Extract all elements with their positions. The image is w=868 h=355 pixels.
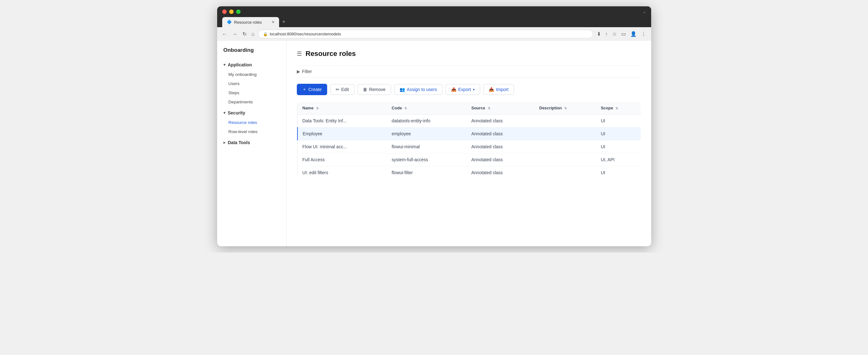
sidebar-item-departments[interactable]: Departments xyxy=(228,97,286,107)
filter-label: Filter xyxy=(302,69,312,74)
cell-name: UI: edit filters xyxy=(297,166,386,179)
edit-button[interactable]: ✏ Edit xyxy=(330,84,354,95)
cell-description xyxy=(534,166,596,179)
sort-icon-scope: ⇅ xyxy=(615,107,618,110)
url-display: localhost:8080/sec/resourcerolemodels xyxy=(270,32,341,36)
filter-bar: ▶ Filter xyxy=(297,65,641,78)
home-button[interactable]: ⌂ xyxy=(250,30,256,38)
forward-button[interactable]: → xyxy=(231,30,239,38)
tab-close-button[interactable]: ✕ xyxy=(272,20,275,24)
import-icon: 📥 xyxy=(489,87,494,92)
window-control-chevron[interactable]: ⌄ xyxy=(643,9,646,14)
sidebar-section-label-application: Application xyxy=(228,62,252,67)
sidebar-section-header-security[interactable]: ▾ Security xyxy=(217,108,286,118)
browser-toolbar-actions: ⬇ ↑ ☆ ▭ 👤 ⋮ xyxy=(595,30,647,38)
browser-controls: ⌄ xyxy=(222,9,646,14)
sidebar-item-users[interactable]: Users xyxy=(228,79,286,88)
cell-scope: UI, API xyxy=(596,153,641,166)
filter-toggle[interactable]: ▶ Filter xyxy=(297,69,312,74)
cell-name: Data Tools: Entity Inf... xyxy=(297,114,386,127)
col-name[interactable]: Name ⇅ xyxy=(297,102,386,114)
assign-to-users-button[interactable]: 👥 Assign to users xyxy=(394,84,442,95)
remove-button[interactable]: 🗑 Remove xyxy=(358,84,391,95)
cell-name: Employee xyxy=(297,127,386,140)
import-button[interactable]: 📥 Import xyxy=(483,84,514,95)
resource-roles-table: Name ⇅ Code ⇅ Source ⇅ Description xyxy=(297,101,641,179)
hamburger-menu-icon[interactable]: ☰ xyxy=(297,50,302,57)
export-label: Export xyxy=(458,87,471,92)
table-row[interactable]: Data Tools: Entity Inf... datatools-enti… xyxy=(297,114,641,127)
table-row[interactable]: UI: edit filters flowui-filter Annotated… xyxy=(297,166,641,179)
cell-description xyxy=(534,140,596,153)
share-icon[interactable]: ↑ xyxy=(604,30,609,38)
sort-icon-description: ⇅ xyxy=(564,107,567,110)
cell-code: flowui-filter xyxy=(386,166,466,179)
bookmark-icon[interactable]: ☆ xyxy=(611,30,618,38)
chevron-right-icon-data-tools: ▸ xyxy=(223,140,225,145)
table-header-row: Name ⇅ Code ⇅ Source ⇅ Description xyxy=(297,102,641,114)
address-bar[interactable]: 🔒 localhost:8080/sec/resourcerolemodels xyxy=(258,30,593,38)
browser-toolbar: ← → ↻ ⌂ 🔒 localhost:8080/sec/resourcerol… xyxy=(217,27,651,41)
table-row[interactable]: Full Access system-full-access Annotated… xyxy=(297,153,641,166)
tab-view-icon[interactable]: ▭ xyxy=(620,30,627,38)
sidebar-item-steps[interactable]: Steps xyxy=(228,88,286,97)
browser-window: ⌄ 🔷 Resource roles ✕ + ← → ↻ ⌂ 🔒 localho… xyxy=(217,6,651,246)
sidebar-section-header-data-tools[interactable]: ▸ Data Tools xyxy=(217,138,286,148)
assign-icon: 👥 xyxy=(400,87,405,92)
sidebar-section-header-application[interactable]: ▾ Application xyxy=(217,60,286,70)
chevron-down-icon: ▾ xyxy=(223,63,225,67)
table-row[interactable]: Employee employee Annotated class UI xyxy=(297,127,641,140)
table-row[interactable]: Flow UI: minimal acc... flowui-minimal A… xyxy=(297,140,641,153)
sidebar-title: Onboarding xyxy=(217,47,286,60)
page-title: Resource roles xyxy=(306,50,356,58)
maximize-button[interactable] xyxy=(236,9,241,14)
col-scope[interactable]: Scope ⇅ xyxy=(596,102,641,114)
cell-scope: UI xyxy=(596,166,641,179)
sidebar-section-security: ▾ Security Resource roles Row-level role… xyxy=(217,108,286,136)
cell-scope: UI xyxy=(596,127,641,140)
sidebar-section-label-data-tools: Data Tools xyxy=(228,140,250,145)
cell-source: Annotated class xyxy=(466,166,534,179)
create-button[interactable]: ＋ Create xyxy=(297,84,327,95)
minimize-button[interactable] xyxy=(229,9,234,14)
sort-icon-name: ⇅ xyxy=(316,107,319,110)
close-button[interactable] xyxy=(222,9,227,14)
new-tab-button[interactable]: + xyxy=(280,18,288,27)
menu-icon[interactable]: ⋮ xyxy=(640,30,647,38)
lock-icon: 🔒 xyxy=(263,32,268,36)
tab-bar: 🔷 Resource roles ✕ + xyxy=(222,17,646,27)
sidebar-items-security: Resource roles Row-level roles xyxy=(217,118,286,136)
back-button[interactable]: ← xyxy=(221,30,228,38)
reload-button[interactable]: ↻ xyxy=(241,30,248,38)
cell-source: Annotated class xyxy=(466,114,534,127)
cell-name: Flow UI: minimal acc... xyxy=(297,140,386,153)
trash-icon: 🗑 xyxy=(363,87,367,92)
page-header: ☰ Resource roles xyxy=(297,50,641,58)
action-toolbar: ＋ Create ✏ Edit 🗑 Remove 👥 Assign to use… xyxy=(297,84,641,95)
tab-favicon: 🔷 xyxy=(227,20,232,25)
import-label: Import xyxy=(496,87,508,92)
export-dropdown-arrow: ▾ xyxy=(473,88,475,92)
table-header: Name ⇅ Code ⇅ Source ⇅ Description xyxy=(297,102,641,114)
sidebar-section-data-tools: ▸ Data Tools xyxy=(217,138,286,148)
sidebar-item-my-onboarding[interactable]: My onboarding xyxy=(228,70,286,79)
col-description[interactable]: Description ⇅ xyxy=(534,102,596,114)
sort-icon-code: ⇅ xyxy=(404,107,407,110)
download-icon[interactable]: ⬇ xyxy=(595,30,602,38)
col-source[interactable]: Source ⇅ xyxy=(466,102,534,114)
edit-icon: ✏ xyxy=(336,87,340,92)
export-button[interactable]: 📤 Export ▾ xyxy=(446,84,480,95)
cell-code: datatools-entity-info xyxy=(386,114,466,127)
cell-source: Annotated class xyxy=(466,140,534,153)
cell-description xyxy=(534,114,596,127)
active-tab[interactable]: 🔷 Resource roles ✕ xyxy=(222,17,279,27)
cell-code: employee xyxy=(386,127,466,140)
sidebar-item-row-level-roles[interactable]: Row-level roles xyxy=(228,127,286,136)
col-code[interactable]: Code ⇅ xyxy=(386,102,466,114)
sort-icon-source: ⇅ xyxy=(488,107,490,110)
browser-titlebar: ⌄ 🔷 Resource roles ✕ + xyxy=(217,6,651,27)
filter-chevron-icon: ▶ xyxy=(297,69,300,74)
profile-icon[interactable]: 👤 xyxy=(629,30,638,38)
sidebar-item-resource-roles[interactable]: Resource roles xyxy=(228,118,286,127)
cell-description xyxy=(534,127,596,140)
